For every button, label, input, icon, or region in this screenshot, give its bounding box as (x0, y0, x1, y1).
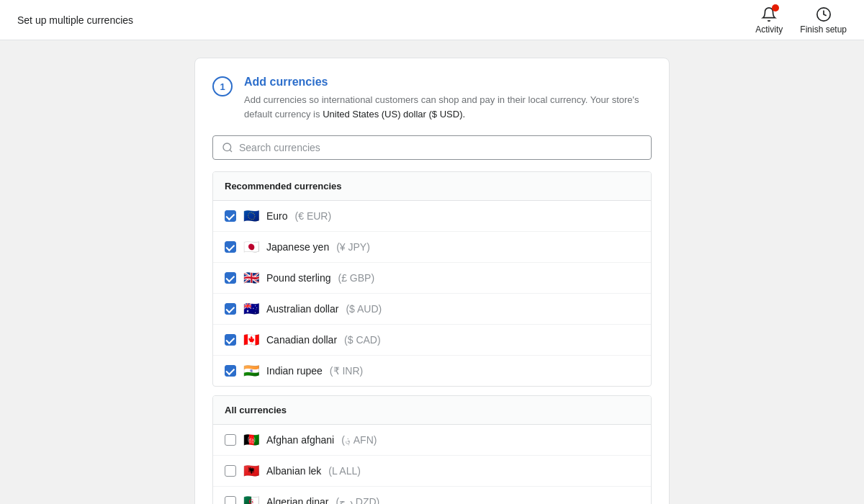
all-section-label: All currencies (213, 396, 651, 425)
all-currency-checkbox-1[interactable] (225, 465, 236, 477)
currency-checkbox-3[interactable] (225, 303, 236, 315)
currency-name: Albanian lek (266, 465, 321, 477)
recommended-currencies-list: 🇪🇺 Euro (€ EUR) 🇯🇵 Japanese yen (¥ JPY) … (213, 201, 651, 386)
notification-badge (772, 4, 779, 12)
card-description: Add currencies so international customer… (244, 93, 652, 121)
topbar-actions: Activity Finish setup (755, 6, 847, 35)
currency-checkbox-4[interactable] (225, 334, 236, 346)
all-currency-checkbox-0[interactable] (225, 434, 236, 446)
recommended-currency-item: 🇨🇦 Canadian dollar ($ CAD) (213, 325, 651, 356)
currency-flag: 🇩🇿 (243, 494, 259, 504)
card-header: 1 Add currencies Add currencies so inter… (212, 76, 652, 121)
all-currency-item: 🇩🇿 Algerian dinar (د.ج DZD) (213, 487, 651, 504)
currency-flag: 🇨🇦 (243, 332, 259, 348)
currency-flag: 🇦🇱 (243, 463, 259, 479)
card-description-bold: United States (US) dollar ($ USD). (323, 109, 465, 120)
main-content: 1 Add currencies Add currencies so inter… (0, 40, 864, 504)
all-currencies-list: 🇦🇫 Afghan afghani (؋ AFN) 🇦🇱 Albanian le… (213, 425, 651, 504)
svg-line-2 (230, 150, 232, 152)
currency-code: (₹ INR) (330, 365, 363, 377)
recommended-section-label: Recommended currencies (213, 172, 651, 201)
topbar: Set up multiple currencies Activity Fini… (0, 0, 864, 40)
recommended-currency-item: 🇯🇵 Japanese yen (¥ JPY) (213, 232, 651, 263)
currency-flag: 🇪🇺 (243, 208, 259, 224)
currency-checkbox-1[interactable] (225, 241, 236, 253)
currency-flag: 🇮🇳 (243, 363, 259, 379)
card-header-content: Add currencies Add currencies so interna… (244, 76, 652, 121)
all-currency-item: 🇦🇱 Albanian lek (L ALL) (213, 456, 651, 487)
all-currency-checkbox-2[interactable] (225, 496, 236, 504)
finish-setup-label: Finish setup (800, 24, 847, 35)
page-title: Set up multiple currencies (17, 14, 133, 26)
activity-label: Activity (755, 24, 783, 35)
currency-code: (€ EUR) (295, 210, 332, 222)
currency-checkbox-2[interactable] (225, 272, 236, 284)
currency-code: (د.ج DZD) (336, 496, 379, 504)
recommended-currency-item: 🇬🇧 Pound sterling (£ GBP) (213, 263, 651, 294)
currency-name: Indian rupee (266, 365, 323, 377)
currency-flag: 🇦🇺 (243, 301, 259, 317)
currency-name: Afghan afghani (266, 434, 334, 446)
search-container (212, 135, 652, 160)
card-title: Add currencies (244, 76, 652, 89)
currency-flag: 🇬🇧 (243, 270, 259, 286)
currency-checkbox-5[interactable] (225, 365, 236, 377)
currency-code: (£ GBP) (338, 272, 375, 284)
currency-name: Japanese yen (266, 241, 329, 253)
finish-setup-button[interactable]: Finish setup (800, 6, 847, 35)
currency-flag: 🇦🇫 (243, 432, 259, 448)
search-input[interactable] (239, 142, 642, 153)
all-currencies-section: All currencies 🇦🇫 Afghan afghani (؋ AFN)… (212, 395, 652, 504)
all-currency-item: 🇦🇫 Afghan afghani (؋ AFN) (213, 425, 651, 456)
finish-setup-icon (815, 6, 832, 23)
currency-checkbox-0[interactable] (225, 210, 236, 222)
currency-flag: 🇯🇵 (243, 239, 259, 255)
currency-code: ($ CAD) (344, 334, 381, 346)
recommended-currency-item: 🇮🇳 Indian rupee (₹ INR) (213, 356, 651, 386)
currency-name: Algerian dinar (266, 496, 328, 504)
recommended-currency-item: 🇪🇺 Euro (€ EUR) (213, 201, 651, 232)
currency-name: Euro (266, 210, 288, 222)
activity-icon (760, 6, 778, 23)
step-badge: 1 (212, 76, 233, 96)
activity-button[interactable]: Activity (755, 6, 783, 35)
setup-card: 1 Add currencies Add currencies so inter… (194, 58, 670, 504)
currency-code: (؋ AFN) (341, 434, 377, 446)
recommended-currency-item: 🇦🇺 Australian dollar ($ AUD) (213, 294, 651, 325)
currency-code: ($ AUD) (346, 303, 382, 315)
recommended-currencies-section: Recommended currencies 🇪🇺 Euro (€ EUR) 🇯… (212, 171, 652, 387)
search-icon (222, 142, 233, 153)
svg-point-1 (223, 143, 231, 151)
currency-name: Australian dollar (266, 303, 338, 315)
currency-code: (L ALL) (328, 465, 361, 477)
currency-name: Pound sterling (266, 272, 331, 284)
currency-code: (¥ JPY) (336, 241, 370, 253)
currency-name: Canadian dollar (266, 334, 337, 346)
